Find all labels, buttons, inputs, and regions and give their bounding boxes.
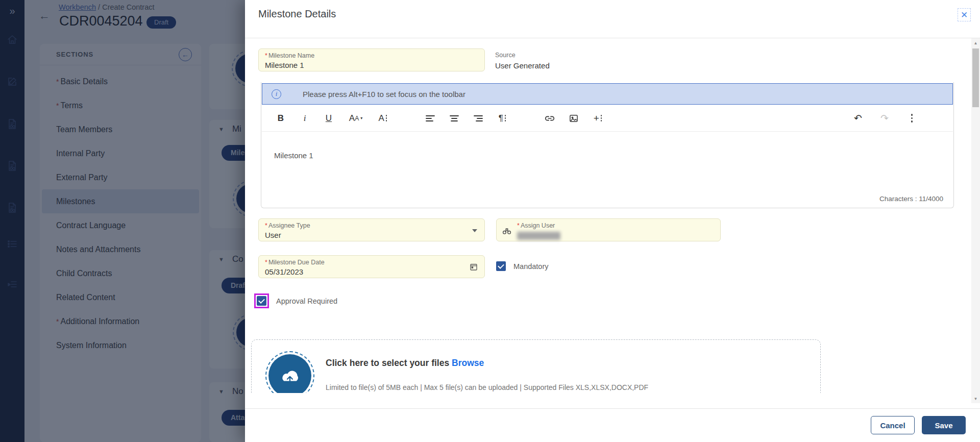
approval-required-group: Approval Required — [254, 293, 337, 308]
align-left-icon[interactable] — [423, 111, 438, 126]
assign-user-label: Assign User — [517, 222, 714, 229]
milestone-name-value: Milestone 1 — [265, 61, 478, 69]
more-options-icon[interactable] — [903, 111, 919, 126]
align-right-icon[interactable] — [471, 111, 486, 126]
chevron-down-icon — [472, 229, 477, 232]
upload-title: Click here to select your files — [326, 358, 449, 368]
modal-scrollbar: ▲ ▼ — [971, 38, 980, 403]
insert-more-icon[interactable]: + — [590, 111, 605, 126]
redo-icon: ↷ — [877, 111, 892, 126]
assignee-type-value: User — [265, 231, 478, 239]
close-icon[interactable]: ✕ — [958, 8, 971, 21]
modal-title: Milestone Details — [258, 8, 336, 20]
browse-link[interactable]: Browse — [452, 358, 484, 368]
binoculars-icon — [502, 226, 512, 235]
scroll-down-icon[interactable]: ▼ — [971, 394, 980, 403]
approval-required-label: Approval Required — [276, 297, 337, 305]
mandatory-checkbox[interactable] — [496, 261, 506, 271]
underline-icon[interactable]: U — [321, 111, 336, 126]
italic-icon[interactable]: i — [297, 111, 312, 126]
font-size-icon[interactable]: AA▾ — [345, 111, 366, 126]
image-icon[interactable] — [566, 111, 581, 126]
source-field: Source User Generated — [495, 52, 550, 70]
cancel-button[interactable]: Cancel — [871, 416, 915, 434]
calendar-icon[interactable] — [469, 262, 478, 272]
modal-header: Milestone Details ✕ — [245, 0, 980, 38]
cloud-upload-icon — [265, 351, 314, 393]
text-color-icon[interactable]: A — [375, 111, 390, 126]
modal-footer: Cancel Save — [245, 408, 980, 442]
assignee-type-label: Assignee Type — [265, 222, 478, 229]
mandatory-label: Mandatory — [513, 262, 549, 271]
file-upload-dropzone[interactable]: Click here to select your files Browse L… — [251, 339, 821, 393]
approval-highlight-box — [254, 293, 269, 308]
source-value: User Generated — [495, 61, 550, 70]
milestone-details-modal: Milestone Details ✕ Milestone Name Miles… — [245, 0, 980, 442]
assign-user-field[interactable]: Assign User — [496, 218, 721, 241]
milestone-name-label: Milestone Name — [265, 52, 478, 59]
editor-info-bar: i Please press Alt+F10 to set focus on t… — [262, 83, 953, 105]
bold-icon[interactable]: B — [273, 111, 288, 126]
editor-toolbar: B i U AA▾ A ¶ + ↶ ↷ — [262, 105, 953, 132]
paragraph-format-icon[interactable]: ¶ — [495, 111, 510, 126]
milestone-due-date-field[interactable]: Milestone Due Date 05/31/2023 — [258, 255, 485, 278]
approval-required-checkbox[interactable] — [257, 296, 266, 306]
upload-hint: Limited to file(s) of 5MB each | Max 5 f… — [326, 383, 648, 391]
assign-user-value-redacted — [517, 232, 560, 240]
editor-content[interactable]: Milestone 1 — [274, 151, 313, 160]
modal-body: Milestone Name Milestone 1 Source User G… — [245, 38, 971, 393]
mandatory-checkbox-group: Mandatory — [496, 261, 549, 271]
assignee-type-select[interactable]: Assignee Type User — [258, 218, 485, 241]
scroll-up-icon[interactable]: ▲ — [971, 38, 980, 47]
editor-info-message: Please press Alt+F10 to set focus on the… — [303, 90, 465, 99]
save-button[interactable]: Save — [922, 416, 966, 434]
due-date-label: Milestone Due Date — [265, 259, 478, 266]
app-root: ← Workbench / Create Contract CDR0045204… — [0, 0, 980, 442]
scrollbar-thumb[interactable] — [972, 48, 979, 107]
link-icon[interactable] — [542, 111, 557, 126]
source-label: Source — [495, 52, 550, 59]
milestone-name-field[interactable]: Milestone Name Milestone 1 — [258, 48, 485, 71]
align-center-icon[interactable] — [447, 111, 462, 126]
undo-icon[interactable]: ↶ — [850, 111, 866, 126]
rich-text-editor[interactable]: i Please press Alt+F10 to set focus on t… — [261, 82, 954, 208]
due-date-value: 05/31/2023 — [265, 267, 478, 276]
info-icon: i — [272, 89, 281, 99]
character-counter: Characters : 11/4000 — [879, 195, 943, 203]
